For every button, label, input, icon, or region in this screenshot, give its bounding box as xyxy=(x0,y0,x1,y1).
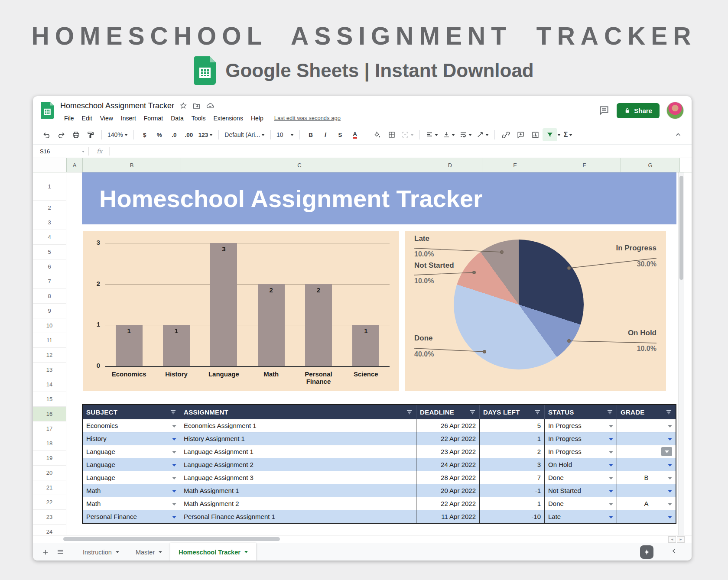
table-header-cell[interactable]: GRADE xyxy=(617,405,676,419)
dropdown-arrow-icon[interactable] xyxy=(668,516,672,521)
grade-cell[interactable]: A xyxy=(617,497,676,510)
paint-format-button[interactable] xyxy=(83,128,98,141)
status-cell[interactable]: In Progress xyxy=(545,419,617,432)
row-header[interactable]: 12 xyxy=(33,348,66,363)
vertical-scrollbar-thumb[interactable] xyxy=(679,176,683,280)
subject-cell[interactable]: Language xyxy=(83,445,180,458)
fill-color-button[interactable] xyxy=(370,128,384,141)
assignment-cell[interactable]: Economics Assignment 1 xyxy=(180,419,416,432)
days-left-cell[interactable]: -10 xyxy=(480,510,545,523)
row-header[interactable]: 6 xyxy=(33,259,66,274)
text-wrap-button[interactable] xyxy=(457,128,474,141)
sheet-title-banner[interactable]: Homeschool Assignment Tracker xyxy=(82,172,676,224)
column-header[interactable]: F xyxy=(548,158,621,172)
row-header[interactable]: 11 xyxy=(33,333,66,348)
dropdown-arrow-icon[interactable] xyxy=(609,477,613,482)
grade-cell[interactable] xyxy=(617,510,676,523)
vertical-scrollbar[interactable] xyxy=(678,172,684,535)
insert-link-button[interactable] xyxy=(498,128,513,141)
menu-item[interactable]: Format xyxy=(140,115,167,122)
row-header[interactable]: 23 xyxy=(33,510,66,525)
menu-item[interactable]: Edit xyxy=(78,115,96,122)
format-currency-button[interactable]: $ xyxy=(137,128,152,141)
share-button[interactable]: Share xyxy=(617,103,660,118)
deadline-cell[interactable]: 26 Apr 2022 xyxy=(416,419,480,432)
grade-cell[interactable] xyxy=(617,432,676,445)
dropdown-arrow-icon[interactable] xyxy=(172,451,176,456)
assignment-cell[interactable]: Math Assignment 1 xyxy=(180,484,416,497)
move-to-folder-icon[interactable] xyxy=(192,102,201,110)
menu-item[interactable]: Help xyxy=(247,115,267,122)
redo-button[interactable] xyxy=(54,128,68,141)
table-header-cell[interactable]: DEADLINE xyxy=(416,405,480,419)
row-header[interactable]: 18 xyxy=(33,436,66,451)
deadline-cell[interactable]: 11 Apr 2022 xyxy=(416,510,480,523)
column-header[interactable]: C xyxy=(181,158,418,172)
text-rotation-button[interactable] xyxy=(474,128,491,141)
horizontal-scrollbar-thumb[interactable] xyxy=(63,537,280,541)
deadline-cell[interactable]: 20 Apr 2022 xyxy=(416,484,480,497)
add-sheet-button[interactable] xyxy=(38,545,53,560)
dropdown-arrow-icon[interactable] xyxy=(609,425,613,430)
filter-icon[interactable] xyxy=(607,409,613,415)
dropdown-arrow-icon[interactable] xyxy=(172,516,176,521)
scroll-left-button[interactable]: ◄ xyxy=(668,536,676,543)
row-header[interactable]: 24 xyxy=(33,525,66,535)
days-left-cell[interactable]: 3 xyxy=(480,458,545,471)
days-left-cell[interactable]: 5 xyxy=(480,419,545,432)
cloud-status-icon[interactable] xyxy=(206,101,214,110)
zoom-control[interactable]: 140% xyxy=(105,128,130,141)
menu-item[interactable]: Tools xyxy=(188,115,210,122)
dropdown-arrow-icon[interactable] xyxy=(172,464,176,469)
subject-cell[interactable]: Math xyxy=(83,484,180,497)
row-header[interactable]: 20 xyxy=(33,466,66,480)
assignment-cell[interactable]: Language Assignment 1 xyxy=(180,445,416,458)
column-header[interactable]: E xyxy=(482,158,548,172)
dropdown-arrow-icon[interactable] xyxy=(668,503,672,508)
row-header[interactable]: 17 xyxy=(33,421,66,436)
google-sheets-logo[interactable] xyxy=(41,96,54,125)
grade-dropdown-button[interactable] xyxy=(661,447,672,456)
assignment-cell[interactable]: Language Assignment 2 xyxy=(180,458,416,471)
menu-item[interactable]: Insert xyxy=(117,115,140,122)
all-sheets-button[interactable] xyxy=(53,545,68,560)
status-cell[interactable]: In Progress xyxy=(545,445,617,458)
text-color-button[interactable]: A xyxy=(348,128,362,141)
deadline-cell[interactable]: 22 Apr 2022 xyxy=(416,432,480,445)
select-all-corner[interactable] xyxy=(33,158,66,172)
document-title[interactable]: Homeschool Assignment Tracker xyxy=(60,101,174,110)
dropdown-arrow-icon[interactable] xyxy=(609,451,613,456)
vertical-align-button[interactable] xyxy=(440,128,457,141)
horizontal-align-button[interactable] xyxy=(423,128,440,141)
grade-cell[interactable] xyxy=(617,484,676,497)
menu-item[interactable]: File xyxy=(60,115,78,122)
undo-button[interactable] xyxy=(39,128,54,141)
days-left-cell[interactable]: -1 xyxy=(480,484,545,497)
dropdown-arrow-icon[interactable] xyxy=(668,438,672,443)
dropdown-arrow-icon[interactable] xyxy=(609,464,613,469)
assignment-cell[interactable]: Language Assignment 3 xyxy=(180,471,416,484)
borders-button[interactable] xyxy=(384,128,399,141)
days-left-cell[interactable]: 1 xyxy=(480,432,545,445)
insert-comment-button[interactable] xyxy=(513,128,528,141)
days-left-cell[interactable]: 7 xyxy=(480,471,545,484)
dropdown-arrow-icon[interactable] xyxy=(172,477,176,482)
status-cell[interactable]: Not Started xyxy=(545,484,617,497)
row-header[interactable]: 2 xyxy=(33,201,66,215)
row-header[interactable]: 10 xyxy=(33,318,66,333)
dropdown-arrow-icon[interactable] xyxy=(609,490,613,495)
format-percent-button[interactable]: % xyxy=(152,128,167,141)
dropdown-arrow-icon[interactable] xyxy=(172,425,176,430)
dropdown-arrow-icon[interactable] xyxy=(172,503,176,508)
table-header-cell[interactable]: SUBJECT xyxy=(83,405,180,419)
filter-icon[interactable] xyxy=(170,409,176,415)
filter-icon[interactable] xyxy=(666,409,672,415)
subject-cell[interactable]: Language xyxy=(83,471,180,484)
sheet-tab[interactable]: Instruction xyxy=(75,543,127,561)
menu-item[interactable]: Extensions xyxy=(209,115,247,122)
deadline-cell[interactable]: 23 Apr 2022 xyxy=(416,445,480,458)
filter-icon[interactable] xyxy=(469,409,476,415)
status-cell[interactable]: In Progress xyxy=(545,432,617,445)
sheet-tab[interactable]: Master xyxy=(127,543,170,561)
bold-button[interactable]: B xyxy=(303,128,318,141)
